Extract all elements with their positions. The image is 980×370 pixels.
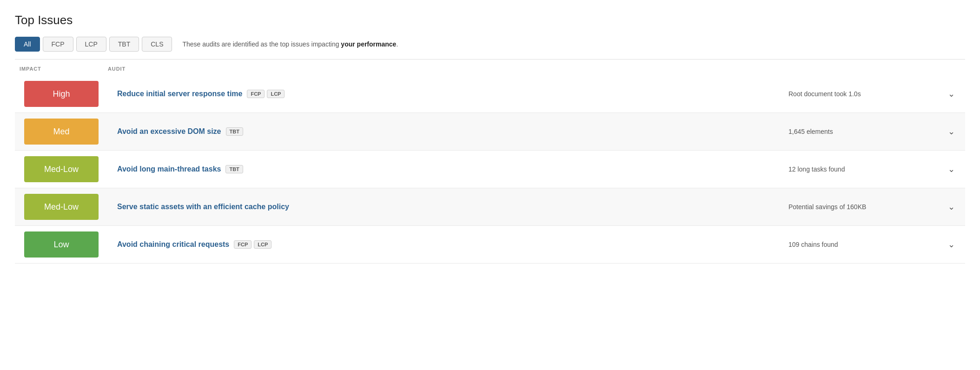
description-cell: 109 chains found [779, 226, 937, 263]
description-cell: 12 long tasks found [779, 151, 937, 188]
audit-name[interactable]: Reduce initial server response time [117, 90, 242, 98]
audit-tags: TBT [225, 165, 243, 173]
audit-tags: FCPLCP [234, 240, 271, 249]
audit-tag: FCP [247, 90, 265, 98]
description-cell: Root document took 1.0s [779, 75, 937, 112]
issues-table: High Reduce initial server response time… [15, 75, 965, 264]
chevron-down-icon: ⌄ [948, 126, 955, 137]
audit-tag: FCP [234, 240, 252, 249]
expand-button[interactable]: ⌄ [937, 113, 965, 150]
impact-cell: Med [15, 113, 108, 150]
audit-tag: LCP [267, 90, 285, 98]
chevron-down-icon: ⌄ [948, 164, 955, 174]
audit-tags: TBT [226, 127, 243, 136]
impact-cell: High [15, 75, 108, 112]
expand-button[interactable]: ⌄ [937, 188, 965, 225]
audit-tags: FCPLCP [247, 90, 285, 98]
audit-tag: LCP [254, 240, 271, 249]
tab-description: These audits are identified as the top i… [182, 40, 398, 48]
expand-button[interactable]: ⌄ [937, 75, 965, 112]
description-cell: Potential savings of 160KB [779, 188, 937, 225]
audit-name[interactable]: Avoid long main-thread tasks [117, 165, 221, 173]
table-row: Med-Low Avoid long main-thread tasks TBT… [15, 151, 965, 188]
impact-cell: Med-Low [15, 188, 108, 225]
audit-cell: Avoid an excessive DOM size TBT [108, 113, 779, 150]
impact-badge: Low [24, 231, 99, 258]
audit-name[interactable]: Serve static assets with an efficient ca… [117, 203, 289, 211]
tab-cls[interactable]: CLS [142, 37, 172, 52]
audit-cell: Serve static assets with an efficient ca… [108, 188, 779, 225]
table-row: Low Avoid chaining critical requests FCP… [15, 226, 965, 264]
audit-cell: Avoid long main-thread tasks TBT [108, 151, 779, 188]
chevron-down-icon: ⌄ [948, 202, 955, 212]
audit-column-header: AUDIT [108, 66, 126, 72]
audit-tag: TBT [225, 165, 243, 173]
impact-cell: Med-Low [15, 151, 108, 188]
impact-badge: Med-Low [24, 156, 99, 182]
tabs-row: All FCP LCP TBT CLS These audits are ide… [15, 37, 965, 59]
impact-column-header: IMPACT [15, 66, 108, 72]
impact-badge: Med [24, 119, 99, 145]
impact-badge: High [24, 81, 99, 107]
tab-tbt[interactable]: TBT [109, 37, 139, 52]
page-title: Top Issues [15, 13, 965, 27]
expand-button[interactable]: ⌄ [937, 151, 965, 188]
table-row: Med-Low Serve static assets with an effi… [15, 188, 965, 226]
chevron-down-icon: ⌄ [948, 89, 955, 99]
impact-badge: Med-Low [24, 194, 99, 220]
audit-cell: Avoid chaining critical requests FCPLCP [108, 226, 779, 263]
chevron-down-icon: ⌄ [948, 239, 955, 250]
table-row: Med Avoid an excessive DOM size TBT 1,64… [15, 113, 965, 151]
tab-lcp[interactable]: LCP [76, 37, 106, 52]
table-row: High Reduce initial server response time… [15, 75, 965, 113]
audit-cell: Reduce initial server response time FCPL… [108, 75, 779, 112]
description-cell: 1,645 elements [779, 113, 937, 150]
tab-all[interactable]: All [15, 37, 40, 52]
impact-cell: Low [15, 226, 108, 263]
audit-tag: TBT [226, 127, 243, 136]
tab-fcp[interactable]: FCP [43, 37, 73, 52]
expand-button[interactable]: ⌄ [937, 226, 965, 263]
audit-name[interactable]: Avoid chaining critical requests [117, 240, 229, 249]
table-header: IMPACT AUDIT [15, 59, 965, 75]
audit-name[interactable]: Avoid an excessive DOM size [117, 127, 221, 136]
